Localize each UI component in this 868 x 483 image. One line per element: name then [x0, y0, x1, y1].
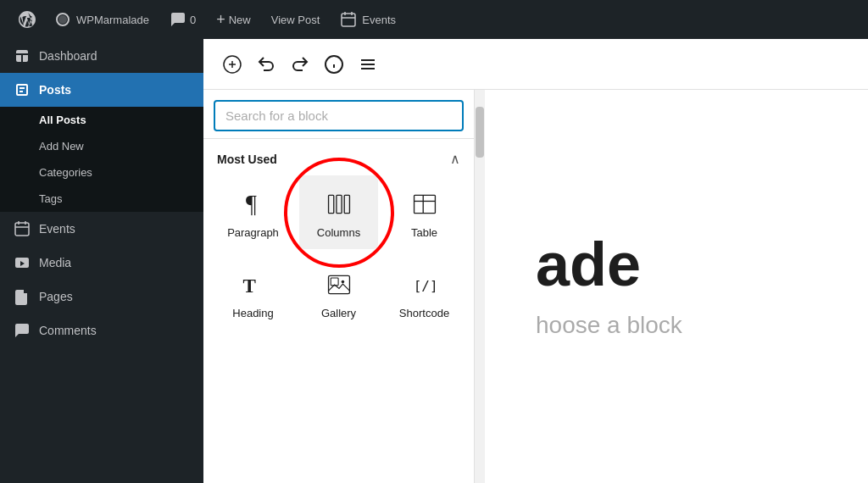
sidebar-all-posts[interactable]: All Posts [0, 107, 203, 133]
scrollbar-track[interactable] [475, 90, 485, 483]
heading-icon: T [238, 269, 269, 300]
table-label: Table [411, 226, 437, 239]
columns-icon [324, 189, 354, 219]
gallery-label: Gallery [321, 307, 356, 319]
block-item-table[interactable]: Table [385, 175, 464, 249]
columns-label: Columns [317, 226, 360, 239]
admin-bar: WPMarmalade 0 + New View Post Events [0, 0, 868, 39]
canvas-large-text: ade [536, 234, 641, 295]
details-button[interactable] [319, 49, 349, 80]
events-sidebar-label: Events [39, 222, 75, 236]
block-item-paragraph[interactable]: ¶ Paragraph [214, 175, 292, 249]
sidebar-item-comments[interactable]: Comments [0, 314, 203, 347]
list-view-button[interactable] [353, 49, 383, 80]
scrollbar-thumb[interactable] [476, 107, 484, 158]
svg-point-28 [341, 280, 344, 284]
sidebar-item-media[interactable]: Media [0, 246, 203, 280]
most-used-title: Most Used [217, 153, 277, 166]
comment-count: 0 [190, 14, 196, 26]
undo-button[interactable] [251, 49, 281, 80]
search-wrapper [203, 90, 474, 139]
svg-text:[/]: [/] [413, 278, 437, 294]
events-label: Events [362, 14, 396, 26]
blocks-grid: ¶ Paragraph [203, 175, 474, 340]
svg-rect-21 [344, 195, 349, 213]
table-icon [409, 189, 440, 219]
shortcode-label: Shortcode [399, 307, 449, 319]
insert-block-button[interactable] [217, 49, 248, 80]
editor-toolbar [203, 39, 868, 90]
sidebar-tags[interactable]: Tags [0, 186, 203, 212]
block-search-input[interactable] [214, 100, 464, 131]
new-label: New [229, 14, 251, 26]
comments-bubble[interactable]: 0 [159, 0, 206, 39]
shortcode-icon: [/] [409, 269, 440, 300]
block-inserter-panel: Most Used ∧ ¶ Paragraph [203, 90, 475, 483]
svg-text:T: T [242, 275, 256, 297]
new-menu[interactable]: + New [206, 0, 261, 39]
media-label: Media [39, 256, 71, 269]
view-post[interactable]: View Post [261, 0, 331, 39]
posts-submenu: All Posts Add New Categories Tags [0, 107, 203, 212]
comments-label: Comments [39, 324, 97, 337]
paragraph-label: Paragraph [227, 226, 279, 239]
sidebar-item-dashboard[interactable]: Dashboard [0, 39, 203, 73]
block-item-shortcode[interactable]: [/] Shortcode [385, 256, 464, 330]
view-post-label: View Post [271, 14, 320, 26]
sidebar-add-new[interactable]: Add New [0, 133, 203, 159]
main-layout: Dashboard Posts All Posts Add New Catego… [0, 39, 868, 483]
svg-rect-4 [15, 223, 29, 236]
sidebar-item-pages[interactable]: Pages [0, 280, 203, 314]
svg-rect-20 [336, 195, 341, 213]
content-area: Most Used ∧ ¶ Paragraph [203, 39, 868, 483]
sidebar: Dashboard Posts All Posts Add New Catego… [0, 39, 203, 483]
events-admin-bar[interactable]: Events [330, 0, 406, 39]
sidebar-categories[interactable]: Categories [0, 159, 203, 186]
gallery-icon [324, 269, 354, 300]
block-item-gallery[interactable]: Gallery [299, 256, 378, 330]
svg-rect-22 [414, 195, 435, 213]
redo-button[interactable] [285, 49, 315, 80]
sidebar-item-posts[interactable]: Posts [0, 73, 203, 107]
posts-label: Posts [39, 83, 71, 97]
block-item-columns[interactable]: Columns [299, 175, 378, 249]
pages-label: Pages [39, 290, 73, 303]
dashboard-label: Dashboard [39, 49, 97, 63]
paragraph-icon: ¶ [238, 189, 269, 219]
editor-body: Most Used ∧ ¶ Paragraph [203, 90, 868, 483]
sidebar-item-events[interactable]: Events [0, 212, 203, 246]
block-item-heading[interactable]: T Heading [214, 256, 292, 330]
wp-logo[interactable] [10, 0, 44, 39]
site-name-label: WPMarmalade [76, 14, 149, 26]
editor-canvas: ade hoose a block [485, 90, 868, 483]
svg-text:¶: ¶ [246, 191, 257, 217]
most-used-header: Most Used ∧ [203, 139, 474, 175]
site-name[interactable]: WPMarmalade [44, 0, 159, 39]
collapse-button[interactable]: ∧ [450, 151, 460, 167]
canvas-hint-text: hoose a block [536, 312, 682, 339]
svg-rect-19 [328, 195, 333, 213]
svg-rect-0 [342, 14, 355, 26]
heading-label: Heading [232, 307, 273, 319]
